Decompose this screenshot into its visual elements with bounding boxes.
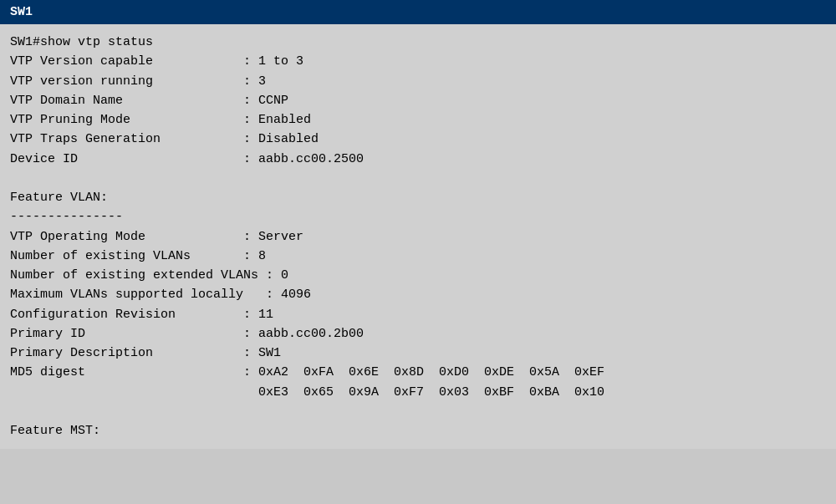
title-bar: SW1 [0,0,836,24]
title-label: SW1 [10,5,33,19]
terminal-body: SW1#show vtp status VTP Version capable … [0,24,836,449]
